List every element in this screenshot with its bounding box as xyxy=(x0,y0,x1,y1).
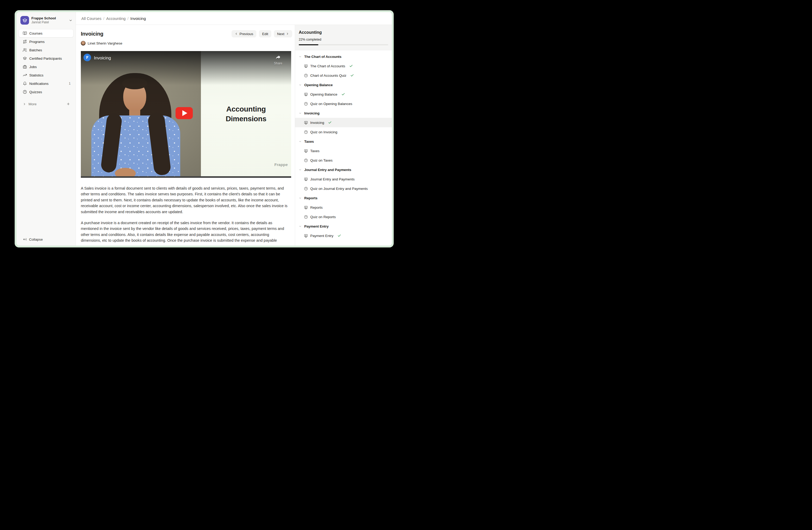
lesson-taxes[interactable]: Taxes xyxy=(295,146,392,155)
chapter-taxes[interactable]: Taxes xyxy=(295,137,392,146)
lesson-header: Invoicing Previous Edit xyxy=(81,30,292,38)
collapse-left-icon xyxy=(23,237,27,241)
briefcase-icon xyxy=(23,65,27,69)
lesson-journal-entry-and-payments[interactable]: Journal Entry and Payments xyxy=(295,175,392,184)
quiz-quiz-on-taxes[interactable]: Quiz on Taxes xyxy=(295,155,392,165)
help-circle-icon xyxy=(304,215,308,219)
frappe-watermark: Frappe xyxy=(274,162,288,167)
chapter-title: Reports xyxy=(304,196,317,200)
sidebar-item-label: Quizzes xyxy=(29,90,42,94)
video-top-gradient xyxy=(81,51,291,85)
lesson-opening-balance[interactable]: Opening Balance xyxy=(295,89,392,99)
chapter-title: Invoicing xyxy=(304,111,319,115)
quiz-quiz-on-opening-balances[interactable]: Quiz on Opening Balances xyxy=(295,99,392,108)
chapter-the-chart-of-accounts[interactable]: The Chart of Accounts xyxy=(295,52,392,61)
school-switcher[interactable]: Frappe School Jannat Patel xyxy=(18,12,73,25)
quiz-quiz-on-invoicing[interactable]: Quiz on Invoicing xyxy=(295,127,392,137)
sidebar-item-quizzes[interactable]: Quizzes xyxy=(18,88,73,96)
lesson-actions: Previous Edit Next xyxy=(232,30,292,38)
sidebar-item-more[interactable]: More xyxy=(18,100,73,108)
lesson-title: Quiz on Invoicing xyxy=(310,130,337,134)
course-title: Accounting xyxy=(299,30,388,35)
progress-bar xyxy=(299,44,388,45)
monitor-play-icon xyxy=(304,64,308,68)
chevron-right-icon xyxy=(286,32,289,36)
monitor-play-icon xyxy=(304,234,308,238)
sidebar-item-courses[interactable]: Courses xyxy=(18,29,73,38)
slide-title: Accounting Dimensions xyxy=(201,104,291,124)
next-button[interactable]: Next xyxy=(274,30,292,38)
chapter-journal-entry-and-payments[interactable]: Journal Entry and Payments xyxy=(295,165,392,175)
chapter-opening-balance[interactable]: Opening Balance xyxy=(295,80,392,89)
sidebar-item-notifications[interactable]: Notifications1 xyxy=(18,79,73,88)
check-icon xyxy=(350,73,354,77)
chapter-payment-entry[interactable]: Payment Entry xyxy=(295,222,392,231)
progress-label: 22% completed xyxy=(299,38,388,41)
sidebar-item-statistics[interactable]: Statistics xyxy=(18,71,73,79)
check-icon xyxy=(328,121,332,124)
sidebar-item-label: Jobs xyxy=(29,65,37,69)
user-name: Jannat Patel xyxy=(31,21,56,24)
play-button[interactable] xyxy=(175,107,193,119)
chevron-down-icon xyxy=(69,18,72,22)
breadcrumb-all-courses[interactable]: All Courses xyxy=(81,16,102,21)
book-open-icon xyxy=(23,31,27,36)
body-row: Invoicing Previous Edit xyxy=(76,25,392,246)
channel-avatar[interactable] xyxy=(84,54,91,61)
chapter-title: The Chart of Accounts xyxy=(304,55,342,59)
share-button[interactable]: Share xyxy=(271,54,286,65)
school-identity: Frappe School Jannat Patel xyxy=(31,16,56,24)
sidebar-item-batches[interactable]: Batches xyxy=(18,46,73,54)
monitor-play-icon xyxy=(304,206,308,209)
lavalier-mic xyxy=(142,118,143,121)
lesson-reports[interactable]: Reports xyxy=(295,203,392,212)
sidebar-item-label: Statistics xyxy=(29,73,43,77)
chevron-down-icon xyxy=(299,197,302,199)
course-outline-panel: Accounting 22% completed The Chart of Ac… xyxy=(295,25,392,246)
sidebar-item-label: Batches xyxy=(29,48,42,52)
lesson-the-chart-of-accounts[interactable]: The Chart of Accounts xyxy=(295,61,392,71)
check-icon xyxy=(337,234,341,237)
chapter-reports[interactable]: Reports xyxy=(295,193,392,203)
help-circle-icon xyxy=(304,187,308,191)
edit-button[interactable]: Edit xyxy=(259,30,271,38)
notification-count-badge: 1 xyxy=(69,82,71,85)
previous-label: Previous xyxy=(240,32,253,36)
lesson-title: Quiz on Reports xyxy=(310,215,336,219)
frappe-school-app: Frappe School Jannat Patel CoursesProgra… xyxy=(16,12,392,246)
help-circle-icon xyxy=(23,90,27,94)
app-window: Frappe School Jannat Patel CoursesProgra… xyxy=(15,10,394,248)
video-overlay-title[interactable]: Invoicing xyxy=(94,56,111,60)
school-name: Frappe School xyxy=(31,16,56,20)
collapse-sidebar-button[interactable]: Collapse xyxy=(18,235,73,243)
graduation-cap-icon xyxy=(23,56,27,60)
video-player[interactable]: Accounting Dimensions Frappe Invoicing xyxy=(81,51,291,178)
sidebar-item-programs[interactable]: Programs xyxy=(18,38,73,46)
previous-button[interactable]: Previous xyxy=(232,30,256,38)
chapter-invoicing[interactable]: Invoicing xyxy=(295,108,392,118)
sidebar-item-certified-participants[interactable]: Certified Participants xyxy=(18,54,73,62)
chapter-title: Taxes xyxy=(304,140,314,143)
lesson-title: Invoicing xyxy=(310,121,324,125)
lesson-title: Opening Balance xyxy=(310,93,337,96)
help-circle-icon xyxy=(304,130,308,134)
quiz-chart-of-accounts-quiz[interactable]: Chart of Accounts Quiz xyxy=(295,71,392,80)
quiz-quiz-on-reports[interactable]: Quiz on Reports xyxy=(295,212,392,222)
slide-title-line2: Dimensions xyxy=(201,114,291,124)
add-button[interactable] xyxy=(66,101,71,107)
lesson-invoicing[interactable]: Invoicing xyxy=(295,118,392,127)
sidebar-item-label: Courses xyxy=(29,31,42,36)
sidebar-menu: CoursesProgramsBatchesCertified Particip… xyxy=(18,29,73,96)
video-progress-track[interactable] xyxy=(81,176,291,178)
course-outline-list: The Chart of AccountsThe Chart of Accoun… xyxy=(295,50,392,246)
play-icon xyxy=(182,110,187,116)
sidebar-item-jobs[interactable]: Jobs xyxy=(18,62,73,71)
share-label: Share xyxy=(271,61,286,65)
slide-title-line1: Accounting xyxy=(201,104,291,114)
breadcrumb-accounting[interactable]: Accounting xyxy=(106,16,126,21)
page-title: Invoicing xyxy=(81,31,103,37)
chevron-right-icon xyxy=(23,102,26,106)
quiz-quiz-on-journal-entry-and-payments[interactable]: Quiz on Journal Entry and Payments xyxy=(295,184,392,193)
trending-up-icon xyxy=(23,73,27,77)
lesson-payment-entry[interactable]: Payment Entry xyxy=(295,231,392,240)
